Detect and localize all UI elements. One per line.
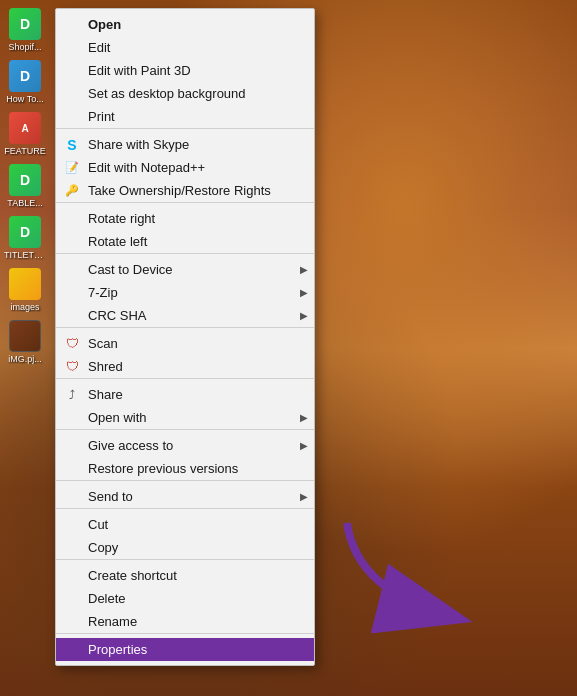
menu-label-properties: Properties xyxy=(88,642,147,657)
menu-item-cut[interactable]: Cut xyxy=(56,513,314,536)
menu-item-properties[interactable]: Properties xyxy=(56,638,314,661)
menu-item-7zip[interactable]: 7-Zip ▶ xyxy=(56,281,314,304)
menu-label-crc-sha: CRC SHA xyxy=(88,308,147,323)
malwarebytes-scan-icon: 🛡 xyxy=(64,336,80,352)
context-menu: Open Edit Edit with Paint 3D Set as desk… xyxy=(55,8,315,666)
menu-label-shred: Shred xyxy=(88,359,123,374)
menu-label-delete: Delete xyxy=(88,591,126,606)
menu-item-edit-notepad[interactable]: 📝 Edit with Notepad++ xyxy=(56,156,314,179)
menu-item-restore-versions[interactable]: Restore previous versions xyxy=(56,457,314,481)
desktop-icon-feature[interactable]: A FEATURE xyxy=(4,112,46,156)
desktop-icon-shopify[interactable]: D Shopif... xyxy=(4,8,46,52)
submenu-arrow-7zip: ▶ xyxy=(300,287,308,298)
menu-item-open-with[interactable]: Open with ▶ xyxy=(56,406,314,430)
menu-item-rename[interactable]: Rename xyxy=(56,610,314,634)
menu-item-edit-paint[interactable]: Edit with Paint 3D xyxy=(56,59,314,82)
desktop-icon-how-to[interactable]: D How To... xyxy=(4,60,46,104)
desktop-icon-images[interactable]: images xyxy=(4,268,46,312)
menu-label-edit-notepad: Edit with Notepad++ xyxy=(88,160,205,175)
menu-item-edit[interactable]: Edit xyxy=(56,36,314,59)
icon-label-img-bottom: iMG.pj... xyxy=(4,354,46,364)
icon-label-how-to-table: TABLE... xyxy=(4,198,46,208)
malwarebytes-shred-icon: 🛡 xyxy=(64,359,80,375)
menu-item-create-shortcut[interactable]: Create shortcut xyxy=(56,564,314,587)
menu-label-open: Open xyxy=(88,17,121,32)
icon-img-how-to-table: D xyxy=(9,164,41,196)
menu-label-set-desktop: Set as desktop background xyxy=(88,86,246,101)
icon-label-how-to: How To... xyxy=(4,94,46,104)
submenu-arrow-cast: ▶ xyxy=(300,264,308,275)
menu-item-rotate-left[interactable]: Rotate left xyxy=(56,230,314,254)
submenu-arrow-crc: ▶ xyxy=(300,310,308,321)
menu-item-shred[interactable]: 🛡 Shred xyxy=(56,355,314,379)
icon-img-bottom xyxy=(9,320,41,352)
submenu-arrow-give-access: ▶ xyxy=(300,440,308,451)
desktop-icon-how-to-table[interactable]: D TABLE... xyxy=(4,164,46,208)
menu-item-take-ownership[interactable]: 🔑 Take Ownership/Restore Rights xyxy=(56,179,314,203)
menu-label-rename: Rename xyxy=(88,614,137,629)
menu-label-print: Print xyxy=(88,109,115,124)
menu-item-copy[interactable]: Copy xyxy=(56,536,314,560)
skype-icon: S xyxy=(64,137,80,153)
menu-label-rotate-left: Rotate left xyxy=(88,234,147,249)
menu-item-cast-to-device[interactable]: Cast to Device ▶ xyxy=(56,258,314,281)
menu-label-copy: Copy xyxy=(88,540,118,555)
menu-label-restore-versions: Restore previous versions xyxy=(88,461,238,476)
menu-item-give-access[interactable]: Give access to ▶ xyxy=(56,434,314,457)
icon-label-images: images xyxy=(4,302,46,312)
icon-label-feature: FEATURE xyxy=(4,146,46,156)
notepad-icon: 📝 xyxy=(64,160,80,176)
menu-item-share-skype[interactable]: S Share with Skype xyxy=(56,133,314,156)
submenu-arrow-send-to: ▶ xyxy=(300,491,308,502)
icon-img-images xyxy=(9,268,41,300)
menu-label-scan: Scan xyxy=(88,336,118,351)
submenu-arrow-open-with: ▶ xyxy=(300,412,308,423)
menu-item-delete[interactable]: Delete xyxy=(56,587,314,610)
icon-img-how-to: D xyxy=(9,60,41,92)
icon-label-titletext: TITLETEXT xyxy=(4,250,46,260)
menu-item-crc-sha[interactable]: CRC SHA ▶ xyxy=(56,304,314,328)
menu-label-share: Share xyxy=(88,387,123,402)
desktop-icon-img-bottom[interactable]: iMG.pj... xyxy=(4,320,46,364)
menu-label-open-with: Open with xyxy=(88,410,147,425)
desktop-icons: D Shopif... D How To... A FEATURE D TABL… xyxy=(0,0,50,372)
menu-item-send-to[interactable]: Send to ▶ xyxy=(56,485,314,509)
menu-item-set-desktop[interactable]: Set as desktop background xyxy=(56,82,314,105)
menu-label-cast-to-device: Cast to Device xyxy=(88,262,173,277)
menu-label-7zip: 7-Zip xyxy=(88,285,118,300)
menu-label-cut: Cut xyxy=(88,517,108,532)
menu-label-share-skype: Share with Skype xyxy=(88,137,189,152)
icon-img-titletext: D xyxy=(9,216,41,248)
menu-label-edit-paint: Edit with Paint 3D xyxy=(88,63,191,78)
menu-label-send-to: Send to xyxy=(88,489,133,504)
menu-label-take-ownership: Take Ownership/Restore Rights xyxy=(88,183,271,198)
desktop-icon-titletext[interactable]: D TITLETEXT xyxy=(4,216,46,260)
menu-item-rotate-right[interactable]: Rotate right xyxy=(56,207,314,230)
icon-img-shopify: D xyxy=(9,8,41,40)
menu-item-share[interactable]: ⤴ Share xyxy=(56,383,314,406)
icon-label-shopify: Shopif... xyxy=(4,42,46,52)
share-icon: ⤴ xyxy=(64,387,80,403)
menu-item-print[interactable]: Print xyxy=(56,105,314,129)
menu-label-rotate-right: Rotate right xyxy=(88,211,155,226)
menu-item-open[interactable]: Open xyxy=(56,13,314,36)
icon-img-feature: A xyxy=(9,112,41,144)
menu-item-scan[interactable]: 🛡 Scan xyxy=(56,332,314,355)
menu-label-create-shortcut: Create shortcut xyxy=(88,568,177,583)
menu-label-give-access: Give access to xyxy=(88,438,173,453)
key-icon: 🔑 xyxy=(64,183,80,199)
menu-label-edit: Edit xyxy=(88,40,110,55)
